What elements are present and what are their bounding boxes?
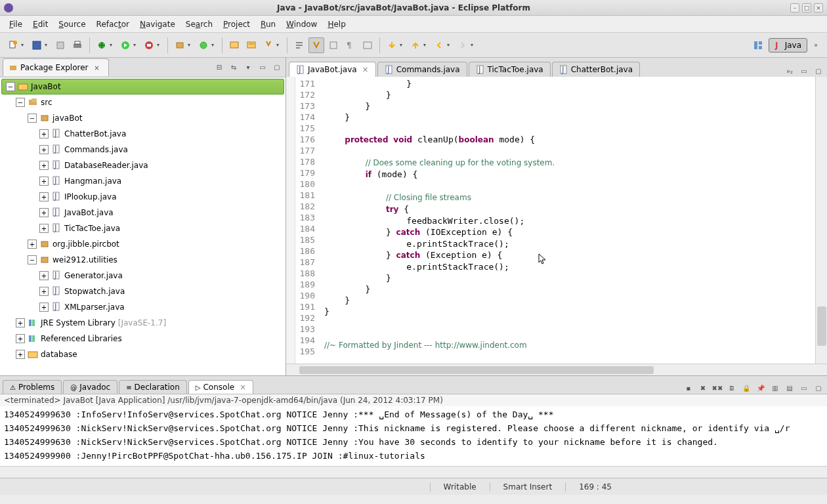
minimize-button[interactable]: – [790, 3, 799, 12]
expand-toggle[interactable]: − [28, 255, 37, 264]
expand-toggle[interactable]: + [39, 271, 49, 280]
expand-toggle[interactable]: + [39, 303, 49, 312]
new-class-dropdown[interactable]: ▾ [211, 42, 217, 48]
last-edit-dropdown[interactable]: ▾ [400, 42, 405, 48]
editor-body[interactable]: 171 172 173 174 175 176 177 178 179 180 … [286, 77, 827, 364]
new-dropdown[interactable]: ▾ [21, 42, 26, 48]
run-dropdown[interactable]: ▾ [133, 42, 138, 48]
forward-dropdown[interactable]: ▾ [471, 42, 476, 48]
menu-run[interactable]: Run [255, 17, 281, 32]
minimize-editor-button[interactable]: ▭ [798, 65, 810, 77]
maximize-editor-button[interactable]: ▢ [813, 65, 824, 77]
package-wei[interactable]: − wei2912.utilities [0, 252, 286, 268]
minimize-view-button[interactable]: ▭ [257, 62, 268, 74]
expand-toggle[interactable]: + [39, 129, 49, 138]
editor-tab[interactable]: JChatterBot.java [552, 62, 640, 77]
java-file[interactable]: +JDatabaseReader.java [0, 158, 286, 173]
run-button[interactable] [117, 37, 133, 53]
debug-button[interactable] [94, 37, 110, 53]
jre-library[interactable]: + JRE System Library [JavaSE-1.7] [0, 315, 286, 331]
menu-refactor[interactable]: Refactor [91, 17, 135, 32]
console-output[interactable]: 1340524999630 :InfoServ!InfoServ@service… [0, 406, 827, 466]
maximize-bottom-button[interactable]: ▢ [813, 382, 824, 394]
expand-toggle[interactable]: − [16, 98, 25, 107]
java-file[interactable]: +JCommands.java [0, 142, 286, 158]
last-edit-button[interactable] [384, 37, 400, 53]
toggle-mark-occur-button[interactable] [308, 37, 324, 53]
open-task-button[interactable] [244, 37, 259, 53]
expand-toggle[interactable]: + [39, 177, 49, 186]
java-file[interactable]: +JJavaBot.java [0, 205, 286, 220]
scroll-thumb[interactable] [299, 366, 654, 374]
open-type-button[interactable] [226, 37, 242, 53]
close-tab-icon[interactable]: × [362, 65, 369, 74]
run-external-dropdown[interactable]: ▾ [157, 42, 162, 48]
remove-all-button[interactable]: ✖✖ [711, 382, 723, 394]
maximize-view-button[interactable]: ▢ [271, 62, 283, 74]
pin-console-button[interactable]: 📌 [755, 382, 767, 394]
debug-dropdown[interactable]: ▾ [110, 42, 115, 48]
toggle-breadcrumb-button[interactable] [291, 37, 307, 53]
editor-tab[interactable]: JTicTacToe.java [469, 62, 551, 77]
toggle-word-wrap-button[interactable] [360, 37, 375, 53]
close-button[interactable]: × [814, 3, 823, 12]
code-area[interactable]: } } } } protected void cleanUp(boolean m… [319, 77, 815, 364]
bottom-tab-console[interactable]: ▷Console× [188, 380, 253, 394]
bottom-tab-javadoc[interactable]: @Javadoc [63, 380, 117, 394]
save-all-button[interactable] [53, 37, 68, 53]
scroll-lock-button[interactable]: 🔒 [740, 382, 752, 394]
java-file[interactable]: +JTicTacToe.java [0, 220, 286, 236]
project-root[interactable]: − JavaBot [1, 79, 284, 94]
horizontal-scrollbar[interactable] [286, 364, 827, 375]
new-button[interactable] [5, 37, 21, 53]
search-button[interactable] [261, 37, 276, 53]
close-tab-icon[interactable]: × [240, 383, 246, 392]
back-dropdown[interactable]: ▾ [447, 42, 452, 48]
menu-source[interactable]: Source [53, 17, 91, 32]
bottom-tab-declaration[interactable]: ≡Declaration [119, 380, 187, 394]
link-editor-button[interactable]: ⇆ [228, 62, 240, 74]
expand-toggle[interactable]: + [16, 334, 25, 343]
expand-toggle[interactable]: + [39, 208, 49, 217]
menu-project[interactable]: Project [218, 17, 255, 32]
vertical-scrollbar[interactable] [815, 77, 827, 364]
toggle-block-sel-button[interactable] [326, 37, 341, 53]
show-whitespace-button[interactable]: ¶ [343, 37, 358, 53]
terminate-button[interactable]: ▪ [683, 382, 694, 394]
menu-window[interactable]: Window [281, 17, 322, 32]
save-dropdown[interactable]: ▾ [45, 42, 50, 48]
expand-toggle[interactable]: − [6, 82, 15, 91]
expand-toggle[interactable]: + [39, 161, 49, 170]
next-annotation-button[interactable] [408, 37, 423, 53]
next-annotation-dropdown[interactable]: ▾ [423, 42, 429, 48]
scroll-thumb[interactable] [817, 306, 826, 346]
marker-bar[interactable] [286, 77, 295, 364]
search-dropdown[interactable]: ▾ [276, 42, 282, 48]
new-class-button[interactable] [196, 37, 211, 53]
console-scrollbar[interactable] [0, 466, 827, 478]
referenced-libraries[interactable]: + Referenced Libraries [0, 331, 286, 346]
expand-toggle[interactable]: + [39, 192, 49, 201]
expand-toggle[interactable]: + [39, 287, 49, 296]
package-tree[interactable]: − JavaBot − src − javaBot +JChatterBot.j… [0, 77, 286, 375]
expand-toggle[interactable]: − [28, 114, 37, 123]
src-folder[interactable]: − src [0, 94, 286, 110]
expand-toggle[interactable]: + [16, 350, 25, 359]
java-file[interactable]: +JIPlookup.java [0, 189, 286, 205]
editor-tab[interactable]: JJavaBot.java× [289, 62, 376, 77]
java-file[interactable]: +JGenerator.java [0, 268, 286, 284]
new-package-button[interactable] [172, 37, 188, 53]
editor-overflow-button[interactable]: »₂ [784, 65, 795, 77]
print-button[interactable] [70, 37, 85, 53]
remove-launch-button[interactable]: ✖ [697, 382, 709, 394]
bottom-tab-problems[interactable]: ⚠Problems [3, 380, 62, 394]
minimize-bottom-button[interactable]: ▭ [798, 382, 810, 394]
expand-toggle[interactable]: + [28, 240, 37, 249]
save-button[interactable] [29, 37, 45, 53]
run-external-button[interactable] [141, 37, 157, 53]
perspective-overflow[interactable]: » [810, 39, 822, 51]
collapse-all-button[interactable]: ⊟ [213, 62, 225, 74]
package-pircbot[interactable]: + org.jibble.pircbot [0, 236, 286, 252]
java-file[interactable]: +JChatterBot.java [0, 126, 286, 142]
expand-toggle[interactable]: + [16, 318, 25, 327]
